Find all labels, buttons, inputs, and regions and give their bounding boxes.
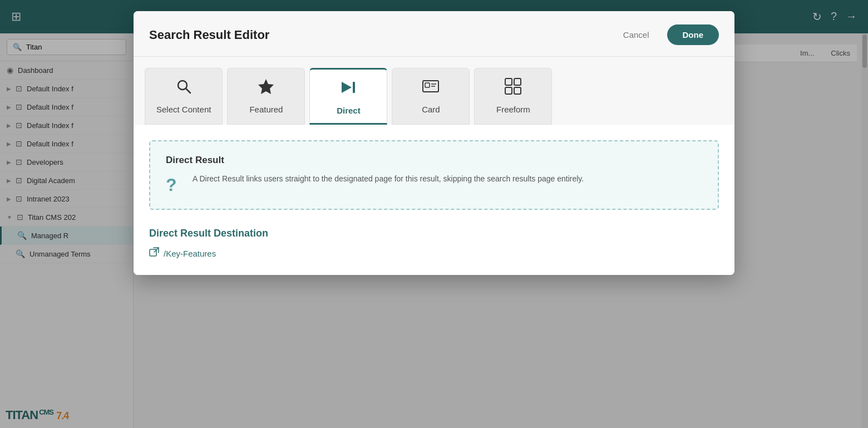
modal-title: Search Result Editor <box>149 28 269 42</box>
svg-rect-9 <box>505 78 512 85</box>
info-box-left: Direct Result ? A Direct Result links us… <box>166 155 584 195</box>
svg-line-1 <box>186 88 190 93</box>
destination-title: Direct Result Destination <box>149 228 719 239</box>
svg-marker-3 <box>342 82 352 93</box>
freeform-tab-icon <box>504 77 522 99</box>
modal-header: Search Result Editor Cancel Done <box>134 11 734 57</box>
direct-result-info-box: Direct Result ? A Direct Result links us… <box>149 140 719 210</box>
tab-label: Featured <box>249 105 283 114</box>
done-button[interactable]: Done <box>667 24 719 45</box>
cancel-button[interactable]: Cancel <box>614 26 658 44</box>
destination-link[interactable]: /Key-Features <box>149 247 719 259</box>
tab-select-content[interactable]: Select Content <box>145 68 223 125</box>
tab-direct[interactable]: Direct <box>309 68 387 125</box>
search-tab-icon <box>175 77 193 99</box>
svg-rect-12 <box>514 87 521 94</box>
svg-rect-11 <box>505 87 512 94</box>
search-result-editor-modal: Search Result Editor Cancel Done Select … <box>134 11 734 275</box>
tab-label: Direct <box>337 106 361 115</box>
info-box-content: ? A Direct Result links users straight t… <box>166 173 584 195</box>
tab-bar: Select Content Featured <box>134 57 734 125</box>
star-tab-icon <box>257 77 275 99</box>
direct-result-description: A Direct Result links users straight to … <box>193 173 584 185</box>
skip-tab-icon <box>339 78 357 100</box>
card-tab-icon <box>422 77 440 99</box>
svg-rect-6 <box>425 83 430 87</box>
tab-label: Freeform <box>496 105 530 114</box>
tab-label: Select Content <box>156 105 211 114</box>
direct-result-title: Direct Result <box>166 155 584 166</box>
tab-card[interactable]: Card <box>392 68 470 125</box>
tab-freeform[interactable]: Freeform <box>474 68 552 125</box>
modal-header-actions: Cancel Done <box>614 24 719 45</box>
destination-section: Direct Result Destination /Key-Features <box>149 228 719 259</box>
tab-featured[interactable]: Featured <box>227 68 305 125</box>
tab-label: Card <box>422 105 440 114</box>
modal-overlay: Search Result Editor Cancel Done Select … <box>0 0 868 428</box>
svg-rect-4 <box>353 82 355 93</box>
external-link-icon <box>149 247 159 259</box>
destination-link-text: /Key-Features <box>164 249 216 258</box>
svg-marker-2 <box>258 79 274 94</box>
question-mark-icon: ? <box>166 173 186 195</box>
modal-body: Direct Result ? A Direct Result links us… <box>134 125 734 275</box>
svg-rect-10 <box>514 78 521 85</box>
